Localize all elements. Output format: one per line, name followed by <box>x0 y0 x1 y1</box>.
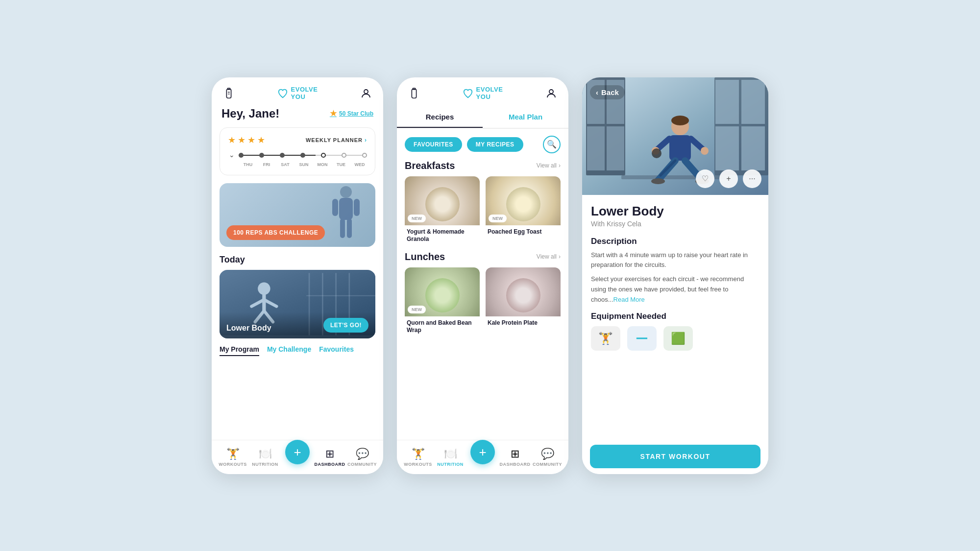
nav2-nutrition-label: NUTRITION <box>437 462 464 467</box>
nav-dashboard-label: DASHBOARD <box>315 462 345 467</box>
chevron-right-icon-lunches: › <box>559 253 561 260</box>
start-workout-bar: START WORKOUT <box>582 439 768 474</box>
star-3: ★ <box>247 135 255 145</box>
svg-point-45 <box>652 148 662 158</box>
today-workout-card[interactable]: Lower Body LET'S GO! <box>220 270 375 338</box>
day-dot-sat <box>280 153 285 158</box>
ellipsis-icon: ··· <box>749 174 755 183</box>
tab-favourites[interactable]: Favourites <box>319 345 354 356</box>
lunches-grid: NEW Quorn and Baked Bean Wrap Kale Prote… <box>397 267 568 342</box>
nav-nutrition[interactable]: 🍽️ NUTRITION <box>249 448 281 467</box>
food-card-quorn[interactable]: NEW Quorn and Baked Bean Wrap <box>405 267 480 335</box>
breakfasts-title: Breakfasts <box>405 160 455 171</box>
phone-workout-detail: ♡ + ··· ‹ Back Lower Body With Krissy Ce… <box>582 77 768 474</box>
tab-meal-plan[interactable]: Meal Plan <box>483 107 568 128</box>
chevron-down-icon: ⌄ <box>229 151 235 159</box>
nav-workouts[interactable]: 🏋️ WORKOUTS <box>217 448 249 467</box>
equipment-band: ━━ <box>627 326 657 351</box>
breakfasts-view-all[interactable]: View all › <box>537 162 561 169</box>
lunches-view-all[interactable]: View all › <box>537 253 561 260</box>
add-button[interactable]: + <box>285 440 310 464</box>
back-button[interactable]: ‹ Back <box>590 85 625 99</box>
search-button[interactable]: 🔍 <box>543 136 561 153</box>
nav-nutrition-label: NUTRITION <box>252 462 278 467</box>
breakfasts-grid: NEW Yogurt & Homemade Granola NEW Poache… <box>397 176 568 251</box>
today-title: Today <box>220 255 375 265</box>
workout-content: Lower Body With Krissy Cela Description … <box>582 195 768 440</box>
food-card-yogurt[interactable]: NEW Yogurt & Homemade Granola <box>405 176 480 243</box>
mat-icon: 🟩 <box>671 332 686 345</box>
nav-community[interactable]: 💬 COMMUNITY <box>346 448 378 467</box>
tab-my-program[interactable]: My Program <box>220 345 259 356</box>
app-logo: EVOLVE YOU <box>277 86 318 100</box>
day-dot-fri <box>259 153 264 158</box>
dumbbell-icon-2: 🏋️ <box>412 448 425 460</box>
nav2-community[interactable]: 💬 COMMUNITY <box>531 448 564 467</box>
fork-knife-icon-2: 🍽️ <box>444 448 457 460</box>
water-bottle-icon-2[interactable] <box>407 86 421 101</box>
resistance-band-icon: ━━ <box>637 333 647 344</box>
filter-my-recipes[interactable]: MY RECIPES <box>467 137 523 152</box>
add-button-2[interactable]: + <box>470 440 495 464</box>
food-card-eggs[interactable]: NEW Poached Egg Toast <box>486 176 561 243</box>
grid-icon-2: ⊞ <box>511 448 519 460</box>
view-all-text: View all <box>537 162 557 169</box>
star-club-link[interactable]: ★ 50 Star Club <box>330 109 373 118</box>
nav-fab[interactable]: + <box>281 450 314 464</box>
favourite-icon-btn[interactable]: ♡ <box>696 169 714 188</box>
phone-dashboard: EVOLVE YOU Hey, Jane! ★ 50 Star Club <box>212 77 383 474</box>
community-icon-2: 💬 <box>541 448 554 460</box>
nav2-fab[interactable]: + <box>466 450 499 464</box>
workout-title: Lower Body <box>591 204 760 219</box>
nav-workouts-label: WORKOUTS <box>219 462 247 467</box>
new-badge-eggs: NEW <box>489 215 507 222</box>
days-labels: THU FRI SAT SUN MON TUE WED <box>241 162 367 167</box>
heart-icon: ♡ <box>702 174 709 183</box>
app-logo-2: EVOLVE YOU <box>463 86 503 100</box>
today-section: Today <box>212 255 383 338</box>
day-dot-tue <box>342 153 346 158</box>
day-tue: TUE <box>334 162 348 167</box>
eggs-image: NEW <box>486 176 561 225</box>
challenge-banner[interactable]: 100 REPS ABS CHALLENGE <box>220 183 375 247</box>
logo-line2: YOU <box>291 94 318 100</box>
read-more-link[interactable]: Read More <box>613 296 645 303</box>
svg-point-39 <box>671 116 689 125</box>
svg-rect-30 <box>587 126 605 170</box>
add-to-plan-icon-btn[interactable]: + <box>719 169 738 188</box>
svg-rect-35 <box>715 126 739 170</box>
chevron-right-icon: › <box>365 137 367 144</box>
kale-image <box>486 267 561 316</box>
grid-icon: ⊞ <box>325 448 334 460</box>
equipment-dumbbells: 🏋️ <box>591 326 620 351</box>
nav-dashboard[interactable]: ⊞ DASHBOARD <box>314 448 346 467</box>
tab-my-challenge[interactable]: My Challenge <box>267 345 311 356</box>
new-badge-quorn: NEW <box>408 306 426 313</box>
logo2-line2: YOU <box>476 94 503 100</box>
start-workout-button[interactable]: START WORKOUT <box>590 445 760 468</box>
food-card-kale[interactable]: Kale Protein Plate <box>486 267 561 335</box>
tab-recipes[interactable]: Recipes <box>397 107 483 128</box>
quorn-name: Quorn and Baked Bean Wrap <box>405 316 480 335</box>
bottom-nav: 🏋️ WORKOUTS 🍽️ NUTRITION + ⊞ DASHBOARD 💬… <box>212 440 383 474</box>
nav2-dashboard[interactable]: ⊞ DASHBOARD <box>499 448 531 467</box>
star-icon: ★ <box>330 109 337 118</box>
filter-favourites[interactable]: FAVOURITES <box>405 137 462 152</box>
water-bottle-icon[interactable] <box>221 86 236 101</box>
equipment-row: 🏋️ ━━ 🟩 <box>591 326 760 351</box>
nav2-nutrition[interactable]: 🍽️ NUTRITION <box>434 448 466 467</box>
more-options-icon-btn[interactable]: ··· <box>743 169 761 188</box>
day-dot-thu <box>239 153 244 158</box>
day-dot-wed <box>362 153 367 158</box>
quorn-image: NEW <box>405 267 480 316</box>
star-4: ★ <box>257 135 265 145</box>
nav2-workouts[interactable]: 🏋️ WORKOUTS <box>402 448 434 467</box>
weekly-planner-btn[interactable]: WEEKLY PLANNER › <box>306 137 367 144</box>
logo2-line1: EVOLVE <box>476 86 503 93</box>
lets-go-button[interactable]: LET'S GO! <box>323 318 368 333</box>
svg-rect-23 <box>412 89 416 97</box>
profile-icon-2[interactable] <box>544 86 559 101</box>
new-badge-yogurt: NEW <box>408 215 426 222</box>
profile-icon[interactable] <box>359 86 373 101</box>
bottom-nav-2: 🏋️ WORKOUTS 🍽️ NUTRITION + ⊞ DASHBOARD 💬… <box>397 440 568 474</box>
